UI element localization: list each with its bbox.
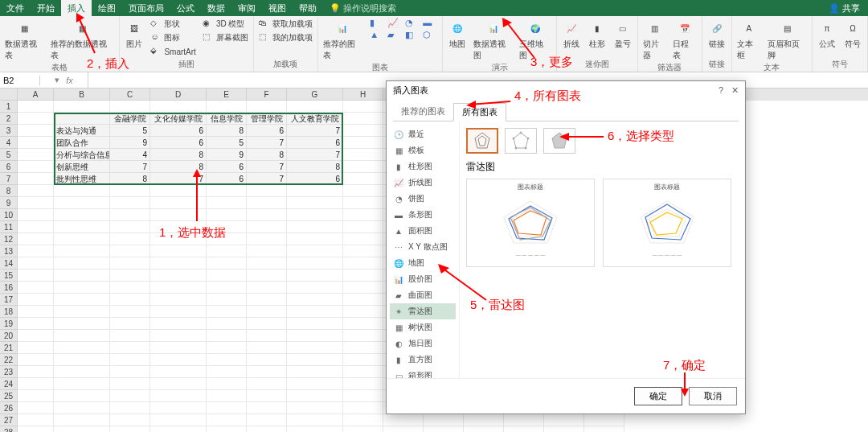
cell[interactable] [150, 101, 207, 113]
cell[interactable] [150, 330, 207, 342]
cell[interactable] [207, 366, 247, 378]
cell[interactable] [207, 402, 247, 414]
select-all-corner[interactable] [0, 88, 18, 101]
cell[interactable] [110, 257, 150, 269]
cell[interactable] [18, 221, 54, 233]
cell[interactable] [287, 354, 343, 366]
cell[interactable] [343, 149, 383, 161]
cell[interactable] [287, 209, 343, 221]
ribbon-btn[interactable]: 🖼图片 [123, 18, 145, 51]
chart-category-item[interactable]: ▮直方图 [390, 352, 456, 368]
ribbon-btn[interactable]: ▭盈亏 [612, 18, 634, 51]
cell[interactable] [247, 306, 287, 318]
cell[interactable]: 5 [207, 137, 247, 149]
cell[interactable] [110, 269, 150, 282]
row-header[interactable]: 25 [0, 390, 18, 402]
cell[interactable] [343, 125, 383, 137]
cell[interactable]: 6 [287, 137, 343, 149]
cell[interactable] [207, 245, 247, 257]
cell[interactable] [504, 426, 544, 432]
cell[interactable] [207, 101, 247, 113]
chart-category-item[interactable]: ▬条形图 [390, 207, 456, 223]
cell[interactable] [110, 426, 150, 432]
cell[interactable]: 4 [110, 149, 150, 161]
cell[interactable]: 7 [110, 161, 150, 173]
cell[interactable] [287, 366, 343, 378]
cell[interactable] [54, 101, 110, 113]
tab-formulas[interactable]: 公式 [170, 0, 201, 17]
chart-type-icon[interactable]: ◔ [405, 18, 421, 28]
cell[interactable] [247, 426, 287, 432]
cell[interactable] [18, 330, 54, 342]
row-header[interactable]: 13 [0, 245, 18, 257]
cell[interactable] [343, 137, 383, 149]
cell[interactable] [207, 221, 247, 233]
cell[interactable] [150, 402, 207, 414]
cell[interactable] [18, 390, 54, 402]
cell[interactable]: 7 [247, 173, 287, 185]
cell[interactable]: 6 [247, 125, 287, 137]
cell[interactable] [584, 414, 624, 426]
cell[interactable] [247, 294, 287, 306]
cell[interactable] [464, 426, 504, 432]
cell[interactable] [247, 245, 287, 257]
cell[interactable] [343, 426, 383, 432]
cell[interactable]: 信息学院 [207, 113, 247, 125]
cell[interactable]: 5 [110, 125, 150, 137]
cell[interactable] [287, 282, 343, 294]
row-header[interactable]: 22 [0, 354, 18, 366]
cancel-button[interactable]: 取消 [689, 387, 737, 405]
cell[interactable] [343, 257, 383, 269]
cell[interactable] [54, 426, 110, 432]
row-header[interactable]: 6 [0, 161, 18, 173]
cell[interactable] [110, 294, 150, 306]
cell[interactable]: 表达与沟通 [54, 125, 110, 137]
cell[interactable] [110, 306, 150, 318]
cell[interactable] [54, 414, 110, 426]
cell[interactable] [110, 185, 150, 197]
cell[interactable] [247, 402, 287, 414]
row-header[interactable]: 23 [0, 366, 18, 378]
cell[interactable] [343, 342, 383, 354]
cell[interactable] [207, 378, 247, 390]
cell[interactable] [343, 161, 383, 173]
cell[interactable] [287, 318, 343, 330]
cell[interactable] [383, 426, 424, 432]
cell[interactable] [207, 390, 247, 402]
cell[interactable] [207, 306, 247, 318]
cell[interactable] [343, 318, 383, 330]
cell[interactable] [247, 269, 287, 282]
chart-category-item[interactable]: ▮柱形图 [390, 158, 456, 175]
cell[interactable] [287, 330, 343, 342]
cell[interactable] [150, 221, 207, 233]
cell[interactable] [207, 233, 247, 245]
cell[interactable] [343, 209, 383, 221]
cell[interactable] [110, 233, 150, 245]
cell[interactable] [18, 137, 54, 149]
cell[interactable] [343, 185, 383, 197]
row-header[interactable]: 12 [0, 233, 18, 245]
chart-category-item[interactable]: ▰曲面图 [390, 287, 456, 303]
cell[interactable] [110, 390, 150, 402]
cell[interactable] [247, 282, 287, 294]
cell[interactable] [287, 390, 343, 402]
cell[interactable] [150, 257, 207, 269]
cell[interactable]: 9 [110, 137, 150, 149]
cell[interactable]: 文化传媒学院 [150, 113, 207, 125]
cell[interactable] [207, 318, 247, 330]
cell[interactable] [207, 282, 247, 294]
cell[interactable] [18, 282, 54, 294]
cell[interactable] [343, 378, 383, 390]
cell[interactable] [110, 342, 150, 354]
ribbon-btn[interactable]: ▦数据透视表 [3, 18, 46, 62]
row-header[interactable]: 4 [0, 137, 18, 149]
col-header[interactable]: C [110, 88, 150, 101]
cell[interactable] [207, 426, 247, 432]
cell[interactable]: 金融学院 [110, 113, 150, 125]
row-header[interactable]: 17 [0, 294, 18, 306]
cell[interactable] [287, 221, 343, 233]
cell[interactable] [207, 330, 247, 342]
cell[interactable] [150, 354, 207, 366]
cell[interactable] [18, 306, 54, 318]
cell[interactable] [343, 414, 383, 426]
